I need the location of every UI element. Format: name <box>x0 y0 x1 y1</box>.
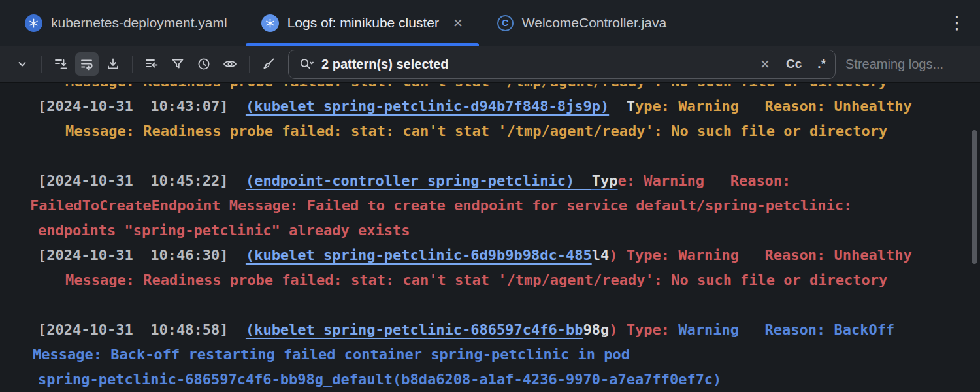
soft-wrap-icon[interactable] <box>75 52 99 76</box>
log-event-link[interactable]: (kubelet spring-petclinic-686597c4f6-bb <box>246 321 583 338</box>
log-line: [2024-10-31 10:43:07] (kubelet spring-pe… <box>0 94 980 119</box>
log-segment: Message: Readiness probe failed: stat: c… <box>65 272 887 288</box>
log-segment: Typ <box>592 172 618 189</box>
log-segment: ype: Warning Reason: Unhealthy <box>635 98 912 114</box>
kubernetes-icon <box>261 14 279 32</box>
log-line: endpoints "spring-petclinic" already exi… <box>0 218 980 243</box>
log-line <box>0 144 980 169</box>
log-line: [2024-10-31 10:48:58] (kubelet spring-pe… <box>0 318 980 342</box>
log-segment: 98g <box>583 321 609 338</box>
match-case-toggle[interactable]: Cc <box>786 57 802 71</box>
search-input[interactable]: 2 pattern(s) selected <box>321 57 751 72</box>
tab-kubernetes-deployment-yaml[interactable]: kubernetes-deployment.yaml <box>8 0 244 46</box>
ide-window: kubernetes-deployment.yaml Logs of: mini… <box>0 0 980 392</box>
log-search-field[interactable]: 2 pattern(s) selected ✕ Cc .* <box>288 50 836 79</box>
download-icon[interactable] <box>101 52 125 76</box>
toolbar-divider <box>249 56 250 73</box>
log-segment: l4 <box>592 247 610 263</box>
funnel-icon[interactable] <box>166 52 189 76</box>
log-line: [2024-10-31 10:45:22] (endpoint-controll… <box>0 169 980 193</box>
clean-view-icon[interactable] <box>257 52 280 76</box>
java-class-icon: C <box>497 15 514 31</box>
chevron-down-icon[interactable] <box>10 52 34 76</box>
log-segment: [2024-10-31 10:43:07] <box>38 98 246 114</box>
log-event-link[interactable]: (kubelet spring-petclinic-d94b7f848-8js9… <box>246 98 609 114</box>
log-segment: [2024-10-31 10:48:58] <box>38 321 246 338</box>
editor-tab-bar: kubernetes-deployment.yaml Logs of: mini… <box>0 0 980 46</box>
log-event-link[interactable]: (kubelet spring-petclinic-6d9b9b98dc-485 <box>246 247 592 263</box>
tab-label: WelcomeController.java <box>522 15 666 31</box>
log-segment: Warning Reason: BackOff <box>670 321 894 338</box>
log-segment: [2024-10-31 10:46:30] <box>38 247 246 263</box>
log-segment: Message: Readiness probe failed: stat: c… <box>65 84 887 90</box>
scrollbar-thumb[interactable] <box>972 130 977 264</box>
log-event-link[interactable]: (endpoint-controller spring-petclinic) <box>246 172 592 189</box>
toolbar-divider <box>41 56 42 73</box>
regex-toggle[interactable]: .* <box>817 57 826 71</box>
tab-welcomecontroller-java[interactable]: C WelcomeController.java <box>480 0 683 46</box>
log-line: Message: Back-off restarting failed cont… <box>0 342 980 367</box>
log-segment <box>609 98 627 114</box>
log-line: Message: Readiness probe failed: stat: c… <box>0 268 980 293</box>
log-line: FailedToCreateEndpoint Message: Failed t… <box>0 193 980 218</box>
kebab-menu-icon[interactable]: ⋮ <box>948 12 966 33</box>
log-line: Message: Readiness probe failed: stat: c… <box>0 84 980 94</box>
log-segment: FailedToCreateEndpoint Message: Failed t… <box>30 197 852 214</box>
log-segment: ) Type: <box>609 321 670 338</box>
log-line <box>0 293 980 318</box>
log-segment: e: Warning Reason: <box>617 172 791 189</box>
streaming-status: Streaming logs... <box>845 57 973 72</box>
log-toolbar: 2 pattern(s) selected ✕ Cc .* Streaming … <box>0 46 980 83</box>
log-segment: endpoints "spring-petclinic" already exi… <box>38 222 410 238</box>
kubernetes-icon <box>25 14 42 32</box>
tab-label: Logs of: minikube cluster <box>287 15 439 31</box>
log-segment: Message: Back-off restarting failed cont… <box>33 346 630 363</box>
clock-icon[interactable] <box>192 52 216 76</box>
scroll-to-end-icon[interactable] <box>49 52 73 76</box>
log-segment: ) Type: Warning Reason: Unhealthy <box>609 247 912 263</box>
log-segment: Message: Readiness probe failed: stat: c… <box>65 123 887 139</box>
close-icon[interactable]: ✕ <box>453 17 463 29</box>
search-icon <box>298 56 315 72</box>
log-segment: T <box>627 98 635 114</box>
tab-logs-minikube-cluster[interactable]: Logs of: minikube cluster ✕ <box>244 0 480 46</box>
filter-lines-icon[interactable] <box>140 52 163 76</box>
log-line: [2024-10-31 10:46:30] (kubelet spring-pe… <box>0 243 980 268</box>
log-segment: [2024-10-31 10:45:22] <box>38 172 246 189</box>
log-line: Message: Readiness probe failed: stat: c… <box>0 119 980 144</box>
log-segment: spring-petclinic-686597c4f6-bb98g_defaul… <box>38 371 721 387</box>
log-area: Message: Readiness probe failed: stat: c… <box>0 83 980 392</box>
log-line: spring-petclinic-686597c4f6-bb98g_defaul… <box>0 367 980 392</box>
toolbar-divider <box>132 56 133 73</box>
tab-label: kubernetes-deployment.yaml <box>51 15 227 31</box>
clear-search-icon[interactable]: ✕ <box>760 57 770 72</box>
eye-icon[interactable] <box>218 52 242 76</box>
